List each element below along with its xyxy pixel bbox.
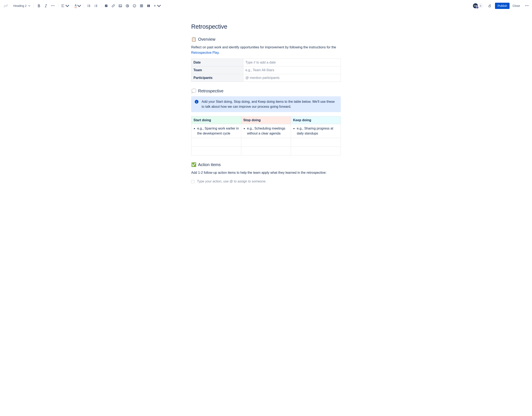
participants-value[interactable]: @ mention participants [243,74,341,82]
overview-paragraph[interactable]: Reflect on past work and identify opport… [191,45,341,55]
separator [101,3,101,8]
info-panel[interactable]: Add your Start doing, Stop doing, and Ke… [191,96,341,112]
stop-doing-header[interactable]: Stop doing [241,116,291,124]
info-icon [195,100,199,104]
svg-rect-16 [149,5,150,7]
action-items-description[interactable]: Add 1-2 follow-up action items to help t… [191,170,341,175]
retrospective-table[interactable]: Start doing Stop doing Keep doing e.g., … [191,116,341,155]
svg-point-11 [133,4,136,7]
date-label[interactable]: Date [191,59,243,66]
overview-heading[interactable]: 📋 Overview [191,37,341,42]
clipboard-icon: 📋 [191,37,196,42]
start-doing-header[interactable]: Start doing [191,116,241,124]
page-title[interactable]: Retrospective [191,23,341,30]
retrospective-heading-text: Retrospective [198,89,223,94]
more-formatting-button[interactable]: ••• [50,2,56,9]
svg-point-9 [126,4,129,7]
emoji-button[interactable] [131,2,138,9]
chevron-down-icon [157,4,161,8]
table-row [191,138,341,147]
team-label[interactable]: Team [191,66,243,74]
table-row [191,147,341,155]
dots-icon: ••• [51,4,55,7]
numbered-list-button[interactable]: 123 [93,2,99,9]
svg-point-2 [88,6,88,7]
overview-heading-text: Overview [198,37,215,42]
separator [58,3,58,8]
separator [72,3,72,8]
table-button[interactable] [138,2,145,9]
retrospective-heading[interactable]: 💭 Retrospective [191,88,341,94]
thought-bubble-icon: 💭 [191,88,196,94]
restrictions-button[interactable] [486,2,493,9]
separator [34,3,34,8]
layouts-button[interactable] [145,2,152,9]
action-checkbox[interactable] [191,180,195,183]
table-row: e.g., Sparring work earlier in the devel… [191,124,341,138]
more-actions-button[interactable]: ••• [524,2,530,9]
editor-content[interactable]: Retrospective 📋 Overview Reflect on past… [187,12,345,196]
action-items-heading[interactable]: ✅ Action items [191,162,341,167]
svg-point-1 [88,6,88,6]
svg-rect-7 [119,5,122,7]
checkmark-icon: ✅ [191,162,196,167]
keep-doing-header[interactable]: Keep doing [291,116,341,124]
start-doing-cell[interactable]: e.g., Sparring work earlier in the devel… [191,124,241,138]
chevron-down-icon [28,5,30,7]
link-button[interactable] [110,2,117,9]
dots-icon: ••• [525,4,529,7]
date-value[interactable]: Type // to add a date [243,59,341,66]
retrospective-play-link[interactable]: Retrospective Play [191,51,219,54]
confluence-logo-icon [3,3,9,9]
overview-table[interactable]: Date Type // to add a date Team e.g., Te… [191,58,341,82]
action-item-button[interactable] [103,2,109,9]
svg-point-12 [134,5,134,6]
svg-point-0 [88,5,88,5]
table-row: Participants @ mention participants [191,74,341,82]
image-button[interactable] [117,2,124,9]
chevron-down-icon [77,4,81,8]
stop-doing-cell[interactable]: e.g., Scheduling meetings without a clea… [241,124,291,138]
editor-toolbar: Heading 2 ••• A 123 CK c + Publish Close… [0,0,532,12]
info-panel-text: Add your Start doing, Stop doing, and Ke… [202,99,337,109]
team-value[interactable]: e.g., Team All-Stars [243,66,341,74]
svg-point-13 [135,5,135,6]
mention-button[interactable] [124,2,131,9]
chevron-down-icon [65,4,69,8]
action-placeholder[interactable]: Type your action, use @ to assign to som… [197,180,266,183]
insert-dropdown[interactable] [152,2,162,9]
separator [84,3,84,8]
bold-button[interactable] [36,2,42,9]
text-color-dropdown[interactable]: A [74,2,82,9]
action-items-heading-text: Action items [198,162,221,167]
svg-rect-19 [196,102,197,103]
collaborators: CK c + [473,3,483,9]
italic-button[interactable] [43,2,49,9]
align-dropdown[interactable] [60,2,70,9]
text-color-icon: A [75,4,77,8]
bullet-list-button[interactable] [86,2,92,9]
keep-doing-cell[interactable]: e.g., Sharing progress at daily standups [291,124,341,138]
close-button[interactable]: Close [510,3,522,9]
publish-button[interactable]: Publish [495,3,510,9]
svg-point-20 [196,101,197,101]
text-style-dropdown[interactable]: Heading 2 [12,3,32,8]
avatar-badge: c [476,6,479,9]
svg-text:3: 3 [94,6,95,7]
text-style-label: Heading 2 [13,4,27,8]
table-row: Date Type // to add a date [191,59,341,66]
table-row: Team e.g., Team All-Stars [191,66,341,74]
participants-label[interactable]: Participants [191,74,243,82]
svg-rect-14 [140,5,143,7]
svg-rect-17 [489,6,491,7]
svg-rect-15 [147,5,148,7]
action-item-row[interactable]: Type your action, use @ to assign to som… [191,180,341,183]
